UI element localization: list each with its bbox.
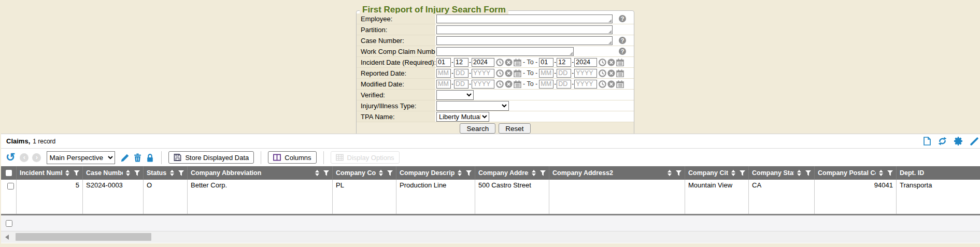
sort-icon[interactable] (170, 170, 174, 176)
clear-icon[interactable] (505, 69, 513, 77)
filter-icon[interactable] (134, 170, 140, 176)
calendar-icon[interactable] (616, 80, 624, 88)
time-icon[interactable] (599, 69, 606, 77)
incident-date-from-day[interactable] (454, 58, 468, 67)
verified-select[interactable] (436, 90, 474, 100)
header-case-number[interactable]: Case Number (83, 166, 144, 180)
sort-icon[interactable] (65, 170, 69, 176)
header-company-code[interactable]: Company Code (333, 166, 396, 180)
sort-icon[interactable] (532, 170, 536, 176)
time-icon[interactable] (496, 59, 504, 66)
reported-date-from-year[interactable] (472, 69, 494, 78)
help-icon[interactable]: ? (619, 15, 626, 22)
filter-icon[interactable] (540, 170, 546, 176)
modified-date-from-day[interactable] (454, 80, 468, 89)
filter-icon[interactable] (74, 170, 79, 176)
tpa-name-select[interactable]: Liberty Mutual (436, 112, 489, 122)
columns-button[interactable]: Columns (268, 151, 316, 164)
claims-table-row[interactable]: 5 S2024-0003 O Better Corp. PL Productio… (1, 180, 980, 214)
sort-icon[interactable] (667, 170, 672, 176)
sort-icon[interactable] (797, 170, 801, 176)
sort-icon[interactable] (879, 170, 883, 176)
partition-input[interactable] (436, 25, 613, 34)
incident-date-to-year[interactable] (574, 58, 597, 67)
reported-date-to-year[interactable] (574, 69, 597, 78)
lock-perspective-icon[interactable] (146, 153, 154, 162)
filter-icon[interactable] (805, 170, 811, 176)
footer-checkbox[interactable] (6, 220, 12, 227)
horizontal-scrollbar[interactable] (1, 231, 980, 243)
time-icon[interactable] (496, 80, 504, 88)
filter-icon[interactable] (387, 170, 393, 176)
calendar-icon[interactable] (514, 80, 521, 88)
filter-icon[interactable] (676, 170, 681, 176)
clear-icon[interactable] (505, 80, 513, 88)
header-dept-id[interactable]: Dept. ID (897, 166, 980, 180)
reported-date-to-month[interactable] (539, 69, 553, 78)
calendar-icon[interactable] (616, 59, 624, 66)
employee-input[interactable] (436, 14, 613, 23)
reported-date-from-month[interactable] (436, 69, 451, 78)
row-checkbox[interactable] (7, 183, 14, 190)
help-icon[interactable]: ? (619, 48, 626, 55)
header-company-address2[interactable]: Company Address2 (549, 166, 685, 180)
sort-icon[interactable] (731, 170, 735, 176)
select-all-header-cell[interactable] (1, 166, 17, 180)
reported-date-from-day[interactable] (454, 69, 468, 78)
reset-button[interactable]: Reset (499, 123, 530, 134)
case-number-input[interactable] (436, 36, 613, 45)
prev-perspective-icon[interactable]: ‹ (20, 153, 29, 162)
sort-icon[interactable] (126, 170, 130, 176)
perspective-select[interactable]: Main Perspective (47, 151, 115, 164)
filter-icon[interactable] (178, 170, 184, 176)
modified-date-to-month[interactable] (539, 80, 553, 89)
incident-date-from-year[interactable] (472, 58, 494, 67)
sort-icon[interactable] (458, 170, 462, 176)
header-company-address1[interactable]: Company Address1 (475, 166, 549, 180)
calendar-icon[interactable] (514, 59, 521, 66)
header-company-description[interactable]: Company Description (396, 166, 475, 180)
filter-icon[interactable] (887, 170, 893, 176)
modified-date-from-month[interactable] (436, 80, 451, 89)
incident-date-to-month[interactable] (539, 58, 553, 67)
next-perspective-icon[interactable]: › (32, 153, 41, 162)
calendar-icon[interactable] (514, 69, 521, 77)
calendar-icon[interactable] (616, 69, 624, 77)
scroll-left-arrow-icon[interactable] (5, 235, 9, 240)
modified-date-to-day[interactable] (557, 80, 571, 89)
incident-date-from-month[interactable] (436, 58, 451, 67)
modified-date-from-year[interactable] (472, 80, 494, 89)
display-options-button[interactable]: Display Options (331, 151, 400, 164)
clear-icon[interactable] (607, 80, 615, 88)
clipped-edge-icon[interactable] (970, 137, 979, 146)
scrollbar-thumb[interactable] (16, 233, 151, 241)
sort-icon[interactable] (315, 170, 319, 176)
delete-perspective-icon[interactable] (133, 153, 142, 162)
reported-date-to-day[interactable] (557, 69, 571, 78)
header-company-postal-code[interactable]: Company Postal Code (815, 166, 897, 180)
new-document-icon[interactable] (924, 137, 931, 146)
store-displayed-data-button[interactable]: Store Displayed Data (168, 151, 254, 164)
select-all-checkbox[interactable] (6, 170, 12, 176)
clear-icon[interactable] (607, 59, 615, 66)
filter-icon[interactable] (323, 170, 329, 176)
header-company-state[interactable]: Company State (749, 166, 815, 180)
search-button[interactable]: Search (460, 123, 495, 134)
refresh-icon[interactable] (938, 137, 947, 146)
sort-icon[interactable] (379, 170, 383, 176)
modified-date-to-year[interactable] (574, 80, 597, 89)
clear-icon[interactable] (607, 69, 615, 77)
work-comp-claim-number-input[interactable] (436, 47, 574, 56)
time-icon[interactable] (599, 80, 606, 88)
injury-illness-type-select[interactable] (436, 101, 509, 111)
time-icon[interactable] (599, 59, 606, 66)
header-incident-number[interactable]: Incident Number (17, 166, 83, 180)
header-company-city[interactable]: Company City (685, 166, 749, 180)
header-company-abbreviation[interactable]: Company Abbreviation (188, 166, 333, 180)
header-status[interactable]: Status (144, 166, 188, 180)
incident-date-to-day[interactable] (557, 58, 571, 67)
clear-icon[interactable] (505, 59, 513, 66)
help-icon[interactable]: ? (619, 37, 626, 44)
undo-icon[interactable]: ↺ (6, 152, 15, 163)
filter-icon[interactable] (740, 170, 745, 176)
